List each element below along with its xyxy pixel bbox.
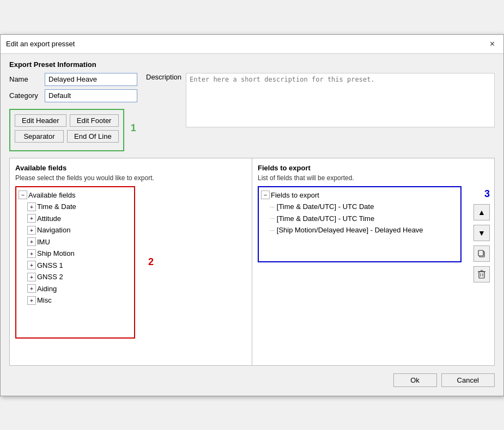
tree-label-time-date: Time & Date (37, 201, 76, 212)
dialog-title: Edit an export presset (6, 40, 75, 48)
tree-item-aiding[interactable]: + Aiding (19, 283, 132, 295)
move-down-button[interactable]: ▼ (473, 225, 490, 241)
available-fields-tree: − Available fields + Time & Date + (15, 186, 135, 339)
expand-icon-aiding[interactable]: + (27, 284, 36, 293)
side-buttons: 3 ▲ ▼ (473, 188, 490, 282)
preset-info-title: Export Preset Information (9, 60, 495, 69)
export-item-delayed-heave[interactable]: ··· [Ship Motion/Delayed Heave] - Delaye… (261, 224, 458, 236)
cancel-button[interactable]: Cancel (441, 373, 495, 387)
tree-label-misc: Misc (37, 295, 52, 306)
export-label-utc-time: [Time & Date/UTC] - UTC Time (275, 213, 374, 224)
delete-button[interactable] (473, 266, 490, 282)
tree-item-misc[interactable]: + Misc (19, 294, 132, 306)
tree-item-imu[interactable]: + IMU (19, 236, 132, 248)
panels-row: Available fields Please select the field… (9, 158, 495, 366)
tree-label-ship-motion: Ship Motion (37, 248, 75, 259)
move-up-button[interactable]: ▲ (473, 204, 490, 220)
ok-button[interactable]: Ok (393, 373, 437, 387)
expand-icon-misc[interactable]: + (27, 296, 36, 305)
preset-right: Description (146, 73, 495, 151)
export-label-delayed-heave: [Ship Motion/Delayed Heave] - Delayed He… (275, 225, 423, 236)
fields-to-export-subtitle: List of fields that will be exported. (258, 174, 489, 182)
export-item-utc-date[interactable]: ··· [Time & Date/UTC] - UTC Date (261, 201, 458, 213)
description-row: Description (146, 73, 495, 127)
tree-root: − Available fields (19, 189, 132, 201)
tree-item-navigation[interactable]: + Navigation (19, 224, 132, 236)
copy-button[interactable] (473, 245, 490, 262)
label-3: 3 (473, 188, 490, 200)
name-input[interactable] (45, 73, 137, 86)
tree-label-gnss1: GNSS 1 (37, 260, 63, 271)
tree-label-imu: IMU (37, 237, 50, 248)
tree-item-time-date[interactable]: + Time & Date (19, 201, 132, 213)
category-label: Category (9, 91, 45, 100)
tree-item-attitude[interactable]: + Attitude (19, 213, 132, 225)
green-section-row: Edit Header Edit Footer Separator End Of… (9, 106, 137, 151)
bottom-row: Ok Cancel (9, 373, 495, 387)
available-fields-panel: Available fields Please select the field… (10, 158, 252, 365)
tree-label-attitude: Attitude (37, 213, 61, 224)
expand-icon-navigation[interactable]: + (27, 226, 36, 235)
btn-row-1: Edit Header Edit Footer (15, 114, 119, 127)
expand-icon-imu[interactable]: + (27, 237, 36, 246)
fields-to-export-title: Fields to export (258, 164, 489, 172)
expand-icon-ship-motion[interactable]: + (27, 249, 36, 258)
dialog-body: Export Preset Information Name Category … (1, 54, 503, 396)
description-textarea[interactable] (186, 73, 495, 127)
export-fields-tree: − Fields to export ··· [Time & Date/UTC]… (258, 186, 462, 262)
category-row: Category (9, 89, 137, 102)
title-bar: Edit an export presset × (1, 35, 503, 54)
export-item-utc-time[interactable]: ··· [Time & Date/UTC] - UTC Time (261, 213, 458, 225)
close-button[interactable]: × (487, 38, 498, 50)
tree-label-gnss2: GNSS 2 (37, 272, 63, 282)
available-fields-subtitle: Please select the fields you would like … (15, 174, 246, 182)
expand-icon-gnss2[interactable]: + (27, 273, 36, 281)
tree-item-gnss1[interactable]: + GNSS 1 (19, 260, 132, 272)
name-label: Name (9, 75, 45, 83)
fields-to-export-panel: Fields to export List of fields that wil… (252, 158, 494, 365)
separator-button[interactable]: Separator (15, 130, 64, 143)
svg-rect-2 (479, 272, 484, 278)
available-fields-title: Available fields (15, 164, 246, 172)
dialog: Edit an export presset × Export Preset I… (0, 34, 504, 396)
edit-header-button[interactable]: Edit Header (15, 114, 66, 127)
category-input[interactable] (45, 89, 137, 102)
tree-label-aiding: Aiding (37, 284, 57, 294)
export-label-utc-date: [Time & Date/UTC] - UTC Date (275, 201, 374, 212)
svg-rect-1 (478, 250, 483, 256)
label-2: 2 (135, 248, 167, 277)
tree-item-gnss2[interactable]: + GNSS 2 (19, 271, 132, 283)
tree-item-ship-motion[interactable]: + Ship Motion (19, 248, 132, 260)
preset-left: Name Category Edit Header Edit Footer Se (9, 73, 137, 151)
expand-icon-gnss1[interactable]: + (27, 261, 36, 269)
end-of-line-button[interactable]: End Of Line (67, 130, 119, 143)
expand-icon-attitude[interactable]: + (27, 214, 36, 223)
tree-label-navigation: Navigation (37, 225, 70, 236)
expand-icon-time[interactable]: + (27, 202, 36, 211)
preset-info-section: Name Category Edit Header Edit Footer Se (9, 73, 495, 151)
export-tree-root: − Fields to export (261, 189, 458, 201)
export-root-expand-icon[interactable]: − (261, 191, 270, 199)
edit-footer-button[interactable]: Edit Footer (70, 114, 119, 127)
green-box: Edit Header Edit Footer Separator End Of… (9, 109, 124, 151)
description-label: Description (146, 73, 181, 81)
btn-row-2: Separator End Of Line (15, 130, 119, 143)
label-1: 1 (131, 122, 136, 134)
export-root-label: Fields to export (271, 190, 319, 201)
name-row: Name (9, 73, 137, 86)
tree-root-label: Available fields (28, 190, 75, 201)
root-expand-icon[interactable]: − (19, 191, 27, 199)
